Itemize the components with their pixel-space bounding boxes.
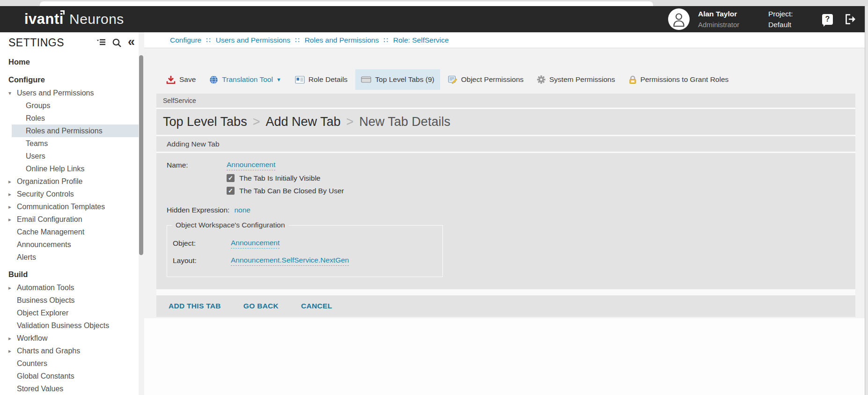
object-workspace-configuration-fieldset: Object Workspace's Configuration Object:… [167, 225, 443, 277]
sidebar-item-online-help-links[interactable]: Online Help Links [0, 162, 139, 175]
sidebar-scrollbar-track[interactable] [139, 32, 144, 395]
settings-sidebar: SETTINGS « Home Configure ▾ Users and Pe… [0, 32, 139, 395]
initially-visible-label: The Tab Is Initially Visible [239, 174, 320, 183]
user-name: Alan Taylor [698, 10, 768, 18]
user-avatar[interactable] [668, 8, 690, 30]
closable-row: ✓ The Tab Can Be Closed By User [167, 184, 845, 197]
sidebar-item-organization-profile[interactable]: ▸ Organization Profile [0, 175, 139, 188]
save-button[interactable]: Save [161, 69, 201, 90]
logout-button[interactable] [844, 14, 857, 25]
sidebar-item-home[interactable]: Home [0, 55, 139, 69]
sidebar-scrollbar-thumb[interactable] [139, 55, 143, 255]
sidebar-item-cache-management[interactable]: Cache Management [0, 226, 139, 238]
heading-top-level-tabs[interactable]: Top Level Tabs [163, 115, 247, 129]
layout-value-field[interactable]: Announcement.SelfService.NextGen [231, 256, 349, 266]
sidebar-item-security-controls[interactable]: ▸ Security Controls [0, 188, 139, 200]
sidebar-item-alerts[interactable]: Alerts [0, 251, 139, 263]
sidebar-item-label: Automation Tools [17, 284, 74, 292]
sidebar-item-groups[interactable]: Groups [0, 99, 139, 112]
new-tab-form: Name: Announcement ✓ The Tab Is Initiall… [156, 153, 855, 295]
tree-expand-icon[interactable]: ▸ [8, 216, 17, 223]
name-value-field[interactable]: Announcement [227, 161, 275, 170]
sidebar-item-workflow[interactable]: ▸ Workflow [0, 332, 139, 344]
breadcrumb-roles-and-permissions[interactable]: Roles and Permissions [305, 36, 379, 44]
sidebar-item-counters[interactable]: Counters [0, 357, 139, 370]
role-details-label: Role Details [309, 75, 348, 84]
sidebar-item-business-objects[interactable]: Business Objects [0, 294, 139, 307]
object-permissions-button[interactable]: Object Permissions [442, 69, 530, 90]
sidebar-item-label: Users [26, 152, 45, 161]
sidebar-search-button[interactable] [112, 38, 122, 48]
hidden-expression-value[interactable]: none [234, 206, 250, 214]
user-role: Administrator [698, 21, 768, 29]
name-label: Name: [167, 161, 227, 169]
tree-expand-icon[interactable]: ▸ [8, 285, 17, 291]
tree-expand-icon[interactable]: ▸ [8, 178, 17, 185]
tree-expand-icon[interactable]: ▾ [8, 90, 17, 96]
sidebar-item-email-configuration[interactable]: ▸ Email Configuration [0, 213, 139, 226]
add-this-tab-button[interactable]: ADD THIS TAB [169, 302, 221, 310]
browser-tab-shape [40, 1, 653, 6]
tree-expand-icon[interactable]: ▸ [8, 191, 17, 198]
globe-icon [209, 75, 218, 84]
collapse-all-tree-button[interactable] [96, 38, 106, 47]
top-level-tabs-label: Top Level Tabs (9) [375, 75, 434, 84]
logout-icon [844, 14, 857, 25]
cancel-button[interactable]: CANCEL [301, 302, 332, 310]
breadcrumb-configure[interactable]: Configure [170, 36, 201, 44]
sidebar-item-users[interactable]: Users [0, 150, 139, 162]
role-details-button[interactable]: Role Details [289, 69, 353, 90]
sidebar-item-label: Home [8, 58, 30, 66]
sidebar-item-roles[interactable]: Roles [0, 112, 139, 124]
sidebar-nav: Home Configure ▾ Users and Permissions G… [0, 53, 139, 395]
tree-expand-icon[interactable]: ▸ [8, 204, 17, 210]
sidebar-item-configure[interactable]: Configure [0, 73, 139, 87]
project-value[interactable]: Default [768, 21, 822, 29]
sidebar-item-global-constants[interactable]: Global Constants [0, 370, 139, 382]
heading-separator-icon: > [253, 115, 260, 129]
breadcrumb-users-and-permissions[interactable]: Users and Permissions [216, 36, 290, 44]
breadcrumb-role-selfservice[interactable]: Role: SelfService [393, 36, 449, 44]
closable-checkbox[interactable]: ✓ [227, 187, 235, 195]
sidebar-item-teams[interactable]: Teams [0, 137, 139, 150]
role-panels: SelfService Top Level Tabs > Add New Tab… [156, 94, 855, 395]
brand-logo: ivanti Neurons [24, 11, 124, 28]
hidden-expression-label: Hidden Expression: [167, 206, 229, 214]
hidden-expression-row: Hidden Expression: none [167, 204, 845, 217]
sidebar-item-stored-values[interactable]: Stored Values [0, 382, 139, 395]
window-scrollbar[interactable] [865, 6, 868, 395]
sidebar-item-label: Validation Business Objects [17, 322, 109, 330]
tree-expand-icon[interactable]: ▸ [8, 335, 17, 342]
top-level-tabs-button[interactable]: Top Level Tabs (9) [355, 69, 440, 90]
help-button[interactable]: ? [822, 14, 833, 25]
sidebar-item-object-explorer[interactable]: Object Explorer [0, 307, 139, 319]
sidebar-item-label: Users and Permissions [17, 89, 94, 97]
breadcrumb-separator: ∷ [295, 36, 300, 44]
double-chevron-left-icon: « [128, 37, 135, 46]
sidebar-item-automation-tools[interactable]: ▸ Automation Tools [0, 281, 139, 294]
sidebar-item-communication-templates[interactable]: ▸ Communication Templates [0, 200, 139, 213]
sidebar-item-build[interactable]: Build [0, 267, 139, 281]
go-back-button[interactable]: GO BACK [243, 302, 279, 310]
tree-expand-icon[interactable]: ▸ [8, 348, 17, 354]
object-value-field[interactable]: Announcement [231, 239, 280, 249]
sidebar-item-announcements[interactable]: Announcements [0, 238, 139, 251]
sidebar-item-roles-and-permissions[interactable]: Roles and Permissions [12, 124, 139, 137]
object-label: Object: [173, 239, 231, 248]
initially-visible-checkbox[interactable]: ✓ [227, 174, 235, 182]
system-permissions-button[interactable]: System Permissions [531, 69, 620, 90]
permissions-to-grant-roles-button[interactable]: Permissions to Grant Roles [623, 69, 735, 90]
sidebar-item-users-and-permissions[interactable]: ▾ Users and Permissions [0, 87, 139, 99]
sidebar-item-validation-business-objects[interactable]: Validation Business Objects [0, 319, 139, 332]
translation-tool-button[interactable]: Translation Tool ▼ [204, 69, 287, 90]
gear-icon [537, 75, 545, 84]
collapse-sidebar-button[interactable]: « [128, 37, 135, 46]
heading-add-new-tab[interactable]: Add New Tab [265, 115, 340, 129]
person-icon [671, 11, 687, 27]
sidebar-item-label: Workflow [17, 334, 48, 343]
sidebar-item-label: Alerts [17, 253, 36, 262]
save-label: Save [179, 75, 196, 84]
sidebar-item-label: Announcements [17, 241, 71, 249]
sidebar-item-charts-and-graphs[interactable]: ▸ Charts and Graphs [0, 344, 139, 357]
edit-document-icon [448, 75, 457, 84]
